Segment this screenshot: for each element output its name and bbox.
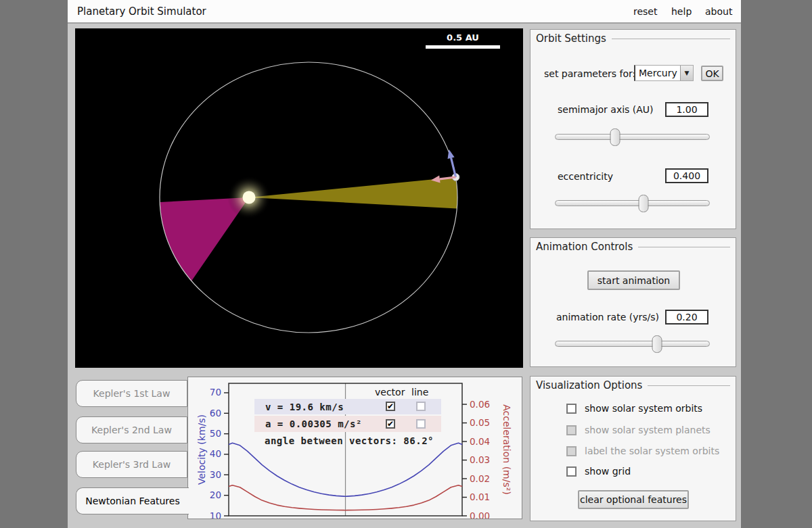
acceleration-tick-label: 0.01 [470,491,490,502]
velocity-axis-title: Velocity (km/s) [196,414,207,485]
acceleration-tick-label: 0.05 [470,417,490,428]
velocity-tick-label: 60 [210,408,221,418]
acceleration-tick-label: 0.03 [470,454,490,465]
velocity-line-checkbox[interactable] [416,402,426,411]
animation-controls-legend: Animation Controls [536,241,730,253]
tab-keplers-1st-law[interactable]: Kepler's 1st Law [76,380,187,407]
option-show-grid: show grid [566,466,631,477]
visualization-options-legend: Visualization Options [536,379,730,391]
velocity-tick-label: 10 [210,510,221,519]
checkbox[interactable] [566,466,577,477]
line-column-header: line [411,387,428,398]
slider-thumb[interactable] [610,128,621,146]
animation-rate-slider[interactable] [555,335,710,353]
velocity-acceleration-chart-panel: 102030405060700.000.010.020.030.040.050.… [187,377,522,519]
start-animation-button[interactable]: start animation [587,270,680,290]
swept-area-wedge-right [249,177,457,208]
animation-rate-label: animation rate (yrs/s) [556,312,659,322]
velocity-readout-row: v = 19.6 km/s [254,399,441,414]
velocity-vector-checkbox[interactable]: ✔ [386,402,395,411]
tab-keplers-3rd-law[interactable]: Kepler's 3rd Law [76,451,187,478]
app-window: Planetary Orbit Simulator reset help abo… [68,0,741,528]
eccentricity-label: eccentricity [558,171,613,182]
acceleration-tick-label: 0.06 [470,399,490,410]
velocity-readout: v = 19.6 km/s [265,402,344,412]
velocity-tick-label: 70 [210,387,221,398]
velocity-tick-label: 50 [210,428,221,439]
vector-column-header: vector [375,387,405,398]
acceleration-line-checkbox[interactable] [416,419,426,429]
chevron-down-icon[interactable]: ▼ [680,66,693,80]
semimajor-axis-input[interactable] [665,102,708,117]
planet-select[interactable]: Mercury ▼ [634,65,694,81]
set-parameters-label: set parameters for: [544,68,635,79]
eccentricity-input[interactable] [665,168,708,183]
visualization-options-panel: Visualization Options show solar system … [530,376,736,521]
option-show-solar-system-planets: show solar system planets [566,425,710,435]
scale-bar [426,45,500,49]
checkbox [566,446,577,456]
planet-select-value: Mercury [635,66,680,80]
velocity-tick-label: 20 [210,489,221,500]
animation-controls-panel: Animation Controls start animation anima… [530,237,736,367]
app-title: Planetary Orbit Simulator [77,5,206,18]
orbit-settings-legend: Orbit Settings [536,32,730,45]
orbit-svg: 0.5 AU [75,28,523,368]
acceleration-vector-checkbox[interactable]: ✔ [386,419,395,429]
page-background: Planetary Orbit Simulator reset help abo… [0,0,812,528]
option-label-solar-system-orbits: label the solar system orbits [566,446,719,456]
reset-link[interactable]: reset [633,6,657,17]
acceleration-readout: a = 0.00305 m/s² [265,418,362,429]
acceleration-readout-row: a = 0.00305 m/s² [254,416,441,432]
orbit-settings-panel: Orbit Settings set parameters for: Mercu… [530,29,736,229]
checkbox [566,425,577,435]
semimajor-axis-label: semimajor axis (AU) [558,104,654,115]
tab-keplers-2nd-law[interactable]: Kepler's 2nd Law [76,416,187,443]
orbit-canvas[interactable]: 0.5 AU [75,28,523,368]
scale-bar-label: 0.5 AU [447,32,479,43]
acceleration-tick-label: 0.02 [470,473,490,484]
clear-optional-features-button[interactable]: clear optional features [578,490,689,509]
animation-rate-input[interactable] [665,310,708,325]
velocity-tick-label: 40 [210,448,221,459]
sun [243,191,256,204]
angle-between-vectors-readout: angle between vectors: 86.2° [265,435,434,446]
help-link[interactable]: help [671,6,692,17]
acceleration-tick-label: 0.04 [470,436,490,447]
title-bar: Planetary Orbit Simulator reset help abo… [68,0,741,24]
acceleration-tick-label: 0.00 [470,510,490,519]
option-show-solar-system-orbits: show solar system orbits [566,403,702,414]
eccentricity-slider[interactable] [555,195,710,212]
semimajor-axis-slider[interactable] [555,128,710,146]
acceleration-axis-title: Acceleration (m/s²) [501,404,512,495]
about-link[interactable]: about [705,6,732,17]
slider-thumb[interactable] [652,335,662,353]
velocity-vector [448,149,456,177]
ok-button[interactable]: OK [701,66,723,81]
tab-newtonian-features[interactable]: Newtonian Features [76,487,189,514]
velocity-tick-label: 30 [210,469,221,480]
slider-thumb[interactable] [638,195,648,212]
checkbox[interactable] [566,404,577,414]
